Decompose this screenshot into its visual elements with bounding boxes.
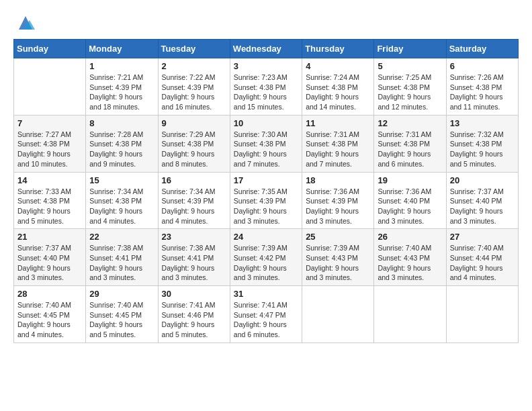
- day-number: 7: [17, 118, 82, 128]
- day-info: Sunrise: 7:30 AM Sunset: 4:38 PM Dayligh…: [234, 130, 298, 169]
- day-info: Sunrise: 7:40 AM Sunset: 4:45 PM Dayligh…: [89, 300, 154, 340]
- calendar-cell: 23Sunrise: 7:38 AM Sunset: 4:41 PM Dayli…: [158, 229, 230, 286]
- calendar-cell: 10Sunrise: 7:30 AM Sunset: 4:38 PM Dayli…: [230, 115, 302, 172]
- calendar-cell: 11Sunrise: 7:31 AM Sunset: 4:38 PM Dayli…: [302, 115, 374, 172]
- day-info: Sunrise: 7:37 AM Sunset: 4:40 PM Dayligh…: [450, 187, 515, 226]
- calendar-cell: 26Sunrise: 7:40 AM Sunset: 4:43 PM Dayli…: [374, 229, 446, 286]
- day-info: Sunrise: 7:35 AM Sunset: 4:39 PM Dayligh…: [234, 187, 298, 226]
- page-header: [13, 13, 519, 32]
- calendar-table: SundayMondayTuesdayWednesdayThursdayFrid…: [13, 39, 519, 343]
- day-header: Monday: [86, 40, 158, 58]
- calendar-cell: 20Sunrise: 7:37 AM Sunset: 4:40 PM Dayli…: [446, 172, 518, 229]
- day-number: 10: [234, 118, 298, 128]
- day-info: Sunrise: 7:41 AM Sunset: 4:46 PM Dayligh…: [162, 300, 226, 340]
- day-info: Sunrise: 7:31 AM Sunset: 4:38 PM Dayligh…: [306, 130, 370, 169]
- calendar-cell: 8Sunrise: 7:28 AM Sunset: 4:38 PM Daylig…: [86, 115, 158, 172]
- calendar-header: SundayMondayTuesdayWednesdayThursdayFrid…: [14, 40, 519, 58]
- calendar-row: 7Sunrise: 7:27 AM Sunset: 4:38 PM Daylig…: [14, 115, 519, 172]
- day-number: 22: [89, 232, 154, 242]
- day-info: Sunrise: 7:39 AM Sunset: 4:42 PM Dayligh…: [234, 243, 298, 283]
- day-number: 2: [162, 61, 226, 71]
- day-number: 3: [234, 61, 298, 71]
- calendar-cell: 7Sunrise: 7:27 AM Sunset: 4:38 PM Daylig…: [14, 115, 86, 172]
- day-info: Sunrise: 7:40 AM Sunset: 4:44 PM Dayligh…: [450, 243, 515, 283]
- logo: [13, 13, 35, 32]
- day-info: Sunrise: 7:34 AM Sunset: 4:38 PM Dayligh…: [89, 187, 154, 226]
- day-info: Sunrise: 7:28 AM Sunset: 4:38 PM Dayligh…: [89, 130, 154, 169]
- day-info: Sunrise: 7:34 AM Sunset: 4:39 PM Dayligh…: [162, 187, 226, 226]
- day-number: 28: [17, 289, 82, 299]
- day-info: Sunrise: 7:40 AM Sunset: 4:45 PM Dayligh…: [17, 300, 82, 340]
- day-number: 6: [450, 61, 515, 71]
- day-header: Tuesday: [158, 40, 230, 58]
- day-number: 5: [378, 61, 442, 71]
- day-number: 31: [234, 289, 298, 299]
- calendar-cell: 24Sunrise: 7:39 AM Sunset: 4:42 PM Dayli…: [230, 229, 302, 286]
- day-number: 19: [378, 175, 442, 185]
- calendar-cell: 9Sunrise: 7:29 AM Sunset: 4:38 PM Daylig…: [158, 115, 230, 172]
- day-number: 26: [378, 232, 442, 242]
- calendar-row: 1Sunrise: 7:21 AM Sunset: 4:39 PM Daylig…: [14, 58, 519, 116]
- day-header: Sunday: [14, 40, 86, 58]
- day-header: Thursday: [302, 40, 374, 58]
- calendar-cell: 29Sunrise: 7:40 AM Sunset: 4:45 PM Dayli…: [86, 286, 158, 343]
- day-number: 23: [162, 232, 226, 242]
- calendar-cell: 15Sunrise: 7:34 AM Sunset: 4:38 PM Dayli…: [86, 172, 158, 229]
- day-number: 18: [306, 175, 370, 185]
- day-info: Sunrise: 7:23 AM Sunset: 4:38 PM Dayligh…: [234, 73, 298, 112]
- calendar-cell: 2Sunrise: 7:22 AM Sunset: 4:39 PM Daylig…: [158, 58, 230, 116]
- day-header: Friday: [374, 40, 446, 58]
- day-number: 4: [306, 61, 370, 71]
- day-header: Wednesday: [230, 40, 302, 58]
- calendar-cell: 25Sunrise: 7:39 AM Sunset: 4:43 PM Dayli…: [302, 229, 374, 286]
- day-info: Sunrise: 7:33 AM Sunset: 4:38 PM Dayligh…: [17, 187, 82, 226]
- day-info: Sunrise: 7:25 AM Sunset: 4:38 PM Dayligh…: [378, 73, 442, 112]
- day-number: 15: [89, 175, 154, 185]
- day-number: 9: [162, 118, 226, 128]
- day-number: 13: [450, 118, 515, 128]
- calendar-cell: [374, 286, 446, 343]
- calendar-cell: 6Sunrise: 7:26 AM Sunset: 4:38 PM Daylig…: [446, 58, 518, 116]
- calendar-cell: 4Sunrise: 7:24 AM Sunset: 4:38 PM Daylig…: [302, 58, 374, 116]
- calendar-cell: [14, 58, 86, 116]
- calendar-cell: 19Sunrise: 7:36 AM Sunset: 4:40 PM Dayli…: [374, 172, 446, 229]
- calendar-cell: 5Sunrise: 7:25 AM Sunset: 4:38 PM Daylig…: [374, 58, 446, 116]
- calendar-cell: 21Sunrise: 7:37 AM Sunset: 4:40 PM Dayli…: [14, 229, 86, 286]
- day-info: Sunrise: 7:29 AM Sunset: 4:38 PM Dayligh…: [162, 130, 226, 169]
- calendar-body: 1Sunrise: 7:21 AM Sunset: 4:39 PM Daylig…: [14, 58, 519, 343]
- calendar-cell: 3Sunrise: 7:23 AM Sunset: 4:38 PM Daylig…: [230, 58, 302, 116]
- calendar-cell: 31Sunrise: 7:41 AM Sunset: 4:47 PM Dayli…: [230, 286, 302, 343]
- calendar-cell: 27Sunrise: 7:40 AM Sunset: 4:44 PM Dayli…: [446, 229, 518, 286]
- calendar-row: 21Sunrise: 7:37 AM Sunset: 4:40 PM Dayli…: [14, 229, 519, 286]
- day-number: 17: [234, 175, 298, 185]
- day-info: Sunrise: 7:22 AM Sunset: 4:39 PM Dayligh…: [162, 73, 226, 112]
- day-number: 29: [89, 289, 154, 299]
- calendar-cell: 30Sunrise: 7:41 AM Sunset: 4:46 PM Dayli…: [158, 286, 230, 343]
- calendar-cell: 12Sunrise: 7:31 AM Sunset: 4:38 PM Dayli…: [374, 115, 446, 172]
- day-info: Sunrise: 7:39 AM Sunset: 4:43 PM Dayligh…: [306, 243, 370, 283]
- day-number: 30: [162, 289, 226, 299]
- day-number: 12: [378, 118, 442, 128]
- header-row: SundayMondayTuesdayWednesdayThursdayFrid…: [14, 40, 519, 58]
- calendar-cell: [446, 286, 518, 343]
- calendar-cell: 16Sunrise: 7:34 AM Sunset: 4:39 PM Dayli…: [158, 172, 230, 229]
- day-info: Sunrise: 7:36 AM Sunset: 4:40 PM Dayligh…: [378, 187, 442, 226]
- day-info: Sunrise: 7:26 AM Sunset: 4:38 PM Dayligh…: [450, 73, 515, 112]
- day-number: 21: [17, 232, 82, 242]
- day-info: Sunrise: 7:41 AM Sunset: 4:47 PM Dayligh…: [234, 300, 298, 340]
- day-info: Sunrise: 7:21 AM Sunset: 4:39 PM Dayligh…: [89, 73, 154, 112]
- day-number: 11: [306, 118, 370, 128]
- day-number: 1: [89, 61, 154, 71]
- calendar-cell: 13Sunrise: 7:32 AM Sunset: 4:38 PM Dayli…: [446, 115, 518, 172]
- calendar-cell: 14Sunrise: 7:33 AM Sunset: 4:38 PM Dayli…: [14, 172, 86, 229]
- calendar-cell: [302, 286, 374, 343]
- day-number: 24: [234, 232, 298, 242]
- day-info: Sunrise: 7:27 AM Sunset: 4:38 PM Dayligh…: [17, 130, 82, 169]
- day-info: Sunrise: 7:38 AM Sunset: 4:41 PM Dayligh…: [89, 243, 154, 283]
- day-number: 16: [162, 175, 226, 185]
- calendar-cell: 18Sunrise: 7:36 AM Sunset: 4:39 PM Dayli…: [302, 172, 374, 229]
- day-info: Sunrise: 7:31 AM Sunset: 4:38 PM Dayligh…: [378, 130, 442, 169]
- day-info: Sunrise: 7:38 AM Sunset: 4:41 PM Dayligh…: [162, 243, 226, 283]
- calendar-cell: 1Sunrise: 7:21 AM Sunset: 4:39 PM Daylig…: [86, 58, 158, 116]
- logo-icon: [16, 13, 35, 32]
